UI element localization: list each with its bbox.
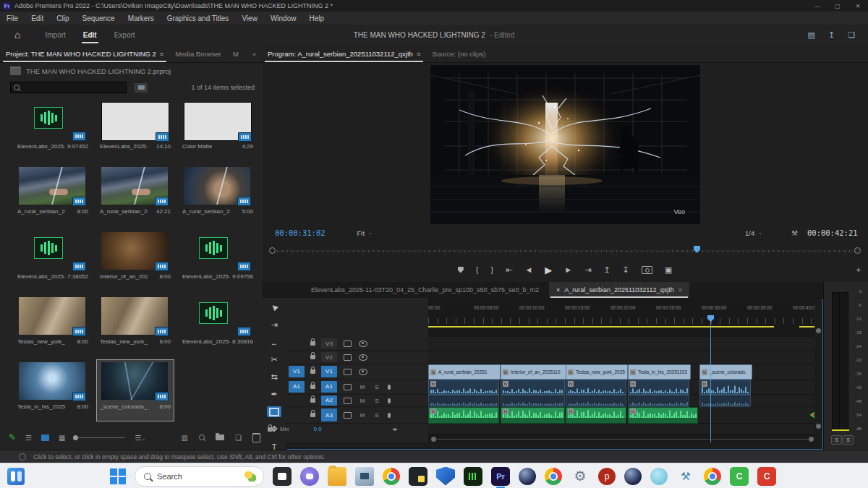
timeline-clip-video[interactable]: fx_scene_colorado <box>699 364 752 380</box>
sync-lock-icon[interactable] <box>344 398 352 404</box>
timeline-clip-audio[interactable]: fx <box>428 380 499 395</box>
bin-item[interactable]: ElevenLabs_2025-..9:09756 <box>179 230 256 291</box>
timeline-clip-narration[interactable]: fx <box>628 407 698 424</box>
mute-button[interactable]: M <box>359 398 366 404</box>
menu-help[interactable]: Help <box>302 14 331 22</box>
voiceover-record-icon[interactable] <box>388 385 391 390</box>
filter-bin-content-button[interactable] <box>134 82 148 93</box>
tab-overflow-chevron[interactable]: » <box>247 45 262 62</box>
home-icon[interactable]: ⌂ <box>14 29 20 40</box>
bin-item[interactable]: ElevenLabs_2025-..8:30816 <box>179 295 256 356</box>
lock-icon[interactable] <box>310 355 315 359</box>
pen-tool[interactable]: ✒ <box>267 389 281 400</box>
timeline-clip-video[interactable]: fxTeslas_new_york_2025 <box>566 364 628 380</box>
program-scrubber[interactable] <box>272 246 858 253</box>
lock-icon[interactable] <box>268 427 273 432</box>
maximize-button[interactable]: ▢ <box>827 3 848 9</box>
solo-left-button[interactable]: S <box>831 435 842 445</box>
task-view-icon[interactable] <box>273 467 292 486</box>
hover-scrub-button[interactable]: ▦ <box>59 434 65 442</box>
mark-out-icon[interactable]: } <box>490 265 493 274</box>
tab-source-monitor[interactable]: Source: (no clips) <box>426 45 491 62</box>
timeline-clip-audio[interactable] <box>428 395 499 407</box>
list-view-button[interactable]: ☰ <box>25 434 32 442</box>
timeline-clip-audio[interactable]: fx <box>566 380 626 395</box>
bin-item[interactable]: _scene_colorado_2025..8:00 <box>97 360 174 421</box>
clear-trash-icon[interactable] <box>252 433 260 442</box>
tab-project[interactable]: Project: THE MAN WHO HACKED LIGHTNING 2≡ <box>0 45 169 62</box>
fit-tracks-icon[interactable]: ◂▸ <box>392 426 398 432</box>
panel-menu-icon[interactable]: ≡ <box>160 50 164 58</box>
bin-item[interactable]: ElevenLabs_2025-..7:38052 <box>14 230 91 291</box>
menu-markers[interactable]: Markers <box>122 14 161 22</box>
tab-overflow-truncated[interactable]: M <box>227 45 244 62</box>
timeline-clip-narration[interactable]: fx <box>566 407 626 424</box>
hscroll-track[interactable] <box>435 439 809 440</box>
step-back-icon[interactable]: ◄ <box>524 265 532 274</box>
timeline-clip-video[interactable]: fxTesla_in_his_20251103 <box>628 364 691 380</box>
panel-menu-icon[interactable]: ≡ <box>678 286 682 294</box>
bin-item[interactable]: A_rural_serbian_202..42:21 <box>97 165 174 226</box>
mute-button[interactable]: M <box>359 384 366 390</box>
timeline-clip-video[interactable]: fxA_rural_serbian_20251 <box>428 364 501 380</box>
settings-gear-icon[interactable]: ⚙ <box>571 467 590 486</box>
find-icon[interactable] <box>199 435 205 440</box>
timeline-clip-audio[interactable]: fx <box>501 380 565 395</box>
timeline-clip-narration[interactable]: fx <box>428 407 499 424</box>
settings-wrench-icon[interactable]: ⚒ <box>791 229 798 237</box>
track-target-v1[interactable]: V1 <box>321 366 337 377</box>
premiere-pro-icon[interactable]: Pr <box>491 467 510 486</box>
timeline-clip-audio[interactable]: fx <box>699 380 751 395</box>
sync-lock-icon[interactable] <box>344 354 352 361</box>
add-button-icon[interactable]: + <box>856 265 861 274</box>
quick-export-icon[interactable]: ▤ <box>808 30 815 40</box>
track-select-forward-tool[interactable]: ⇥ <box>267 320 281 330</box>
bin-item[interactable]: A_rural_serbian_2025..8:00 <box>14 165 91 226</box>
bin-item[interactable]: Teslas_new_york_202..8:00 <box>97 295 174 356</box>
zoom-level-select[interactable]: Fit⌄ <box>357 229 373 237</box>
bin-item[interactable]: Tesla_in_his_2025110..8:00 <box>14 360 91 421</box>
bin-item[interactable]: ElevenLabs_2025-11-..14;10 <box>97 100 174 160</box>
sphere-app-icon-2[interactable] <box>624 468 642 485</box>
lift-icon[interactable]: ↥ <box>603 265 610 275</box>
sort-icons-button[interactable]: ☰⌄ <box>135 434 145 442</box>
lock-icon[interactable] <box>310 385 315 389</box>
playback-resolution-select[interactable]: 1/4⌄ <box>745 229 762 237</box>
toggle-track-output-icon[interactable] <box>359 354 367 361</box>
toggle-track-output-icon[interactable] <box>359 369 367 375</box>
vzoom-bottom-knob[interactable] <box>816 424 821 429</box>
voiceover-record-icon[interactable] <box>388 398 391 403</box>
menu-graphics-and-titles[interactable]: Graphics and Titles <box>161 14 236 22</box>
mix-gain-value[interactable]: 0.0 <box>313 426 321 432</box>
new-bin-icon[interactable] <box>216 435 224 440</box>
menu-edit[interactable]: Edit <box>25 14 50 22</box>
hscroll-right-knob[interactable] <box>809 437 814 442</box>
solo-right-button[interactable]: S <box>843 435 854 445</box>
source-patch[interactable]: V1 <box>289 366 305 377</box>
panel-menu-icon[interactable]: ≡ <box>417 50 421 58</box>
new-item-icon[interactable]: ❏ <box>235 434 242 442</box>
selection-tool[interactable]: ▶ <box>267 302 281 313</box>
menu-sequence[interactable]: Sequence <box>76 14 122 22</box>
search-input[interactable] <box>10 82 127 93</box>
recorder-app-icon[interactable] <box>464 467 482 486</box>
timeline-clip-narration[interactable]: fx <box>501 407 565 424</box>
menu-window[interactable]: Window <box>264 14 303 22</box>
timeline-clip-video[interactable]: fxInterior_of_an_2025110 <box>501 364 566 380</box>
bin-item[interactable]: Color Matte4;29 <box>179 100 256 160</box>
play-icon[interactable]: ▶ <box>545 265 552 275</box>
chrome-profile-icon[interactable] <box>545 468 562 485</box>
sync-lock-icon[interactable] <box>344 369 352 375</box>
tab-media-browser[interactable]: Media Browser <box>169 45 226 62</box>
chrome-icon[interactable] <box>383 468 400 485</box>
tab-program-monitor[interactable]: Program: A_rural_serbian_202511032112_qx… <box>262 45 426 62</box>
adobe-red-icon[interactable]: C <box>757 467 776 486</box>
add-marker-icon[interactable] <box>458 267 464 273</box>
icon-view-button[interactable] <box>41 435 49 441</box>
solo-button[interactable]: S <box>373 384 380 390</box>
track-target-a2[interactable]: A2 <box>321 395 337 405</box>
go-to-out-icon[interactable]: ⇥ <box>584 265 591 275</box>
red-p-app-icon[interactable]: p <box>598 468 616 485</box>
lock-icon[interactable] <box>310 369 315 374</box>
workspace-tab-import[interactable]: Import <box>36 27 74 43</box>
